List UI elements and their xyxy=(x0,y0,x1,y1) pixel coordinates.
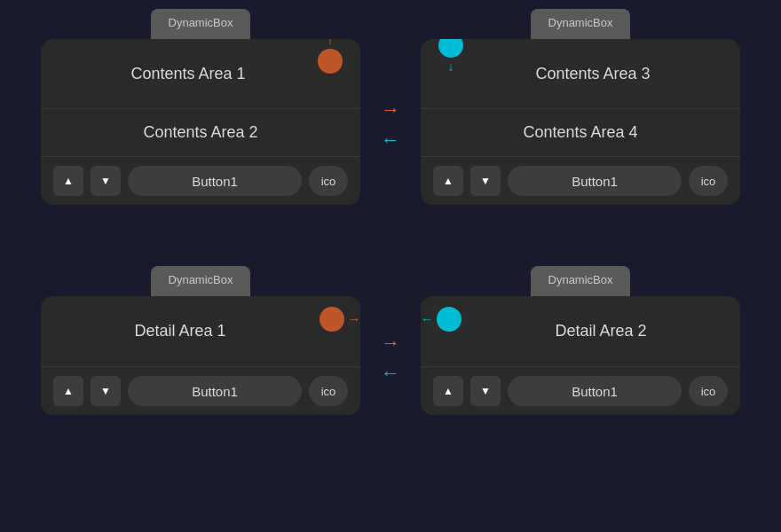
top-left-orange-circle xyxy=(318,49,343,74)
top-arrows: → ← xyxy=(364,100,417,150)
top-right-ico-button[interactable]: ico xyxy=(689,166,728,196)
top-left-row2-text: Contents Area 2 xyxy=(59,123,343,142)
top-left-down-button[interactable]: ▼ xyxy=(91,166,121,196)
top-left-arrow-icon: ← xyxy=(381,130,400,150)
top-left-indicator: ↑ xyxy=(318,39,343,74)
bottom-left-right-arrow-icon: → xyxy=(348,312,360,326)
top-right-row2-text: Contents Area 4 xyxy=(438,123,722,142)
bottom-left-row1-text: Detail Area 1 xyxy=(41,322,320,340)
top-left-bottom-bar: ▲ ▼ Button1 ico xyxy=(41,157,360,205)
bottom-right-indicator: ← xyxy=(421,307,462,332)
top-right-up-button[interactable]: ▲ xyxy=(433,166,463,196)
bottom-left-indicator: → xyxy=(320,307,360,332)
bottom-left-label: DynamicBox xyxy=(169,273,233,286)
bottom-left-ico-button[interactable]: ico xyxy=(309,376,348,406)
bottom-right-widget: DynamicBox ← Detail Area 2 ▲ ▼ xyxy=(421,266,740,415)
bottom-left-box: Detail Area 1 → ▲ ▼ Button1 ico xyxy=(41,296,360,415)
top-left-up-arrow-icon: ↑ xyxy=(327,39,334,47)
top-right-row1-text: Contents Area 3 xyxy=(463,65,722,83)
bottom-right-teal-circle xyxy=(437,307,462,332)
top-left-label: DynamicBox xyxy=(169,16,233,29)
bottom-right-detail-row: ← Detail Area 2 xyxy=(421,296,740,367)
bottom-left-widget: DynamicBox Detail Area 1 → ▲ ▼ xyxy=(41,266,360,415)
bottom-left-content-rows: Detail Area 1 → xyxy=(41,296,360,367)
top-left-row1: Contents Area 1 ↑ xyxy=(41,39,360,109)
bottom-left-orange-circle xyxy=(320,307,344,332)
top-row: DynamicBox Contents Area 1 ↑ Contents Ar… xyxy=(0,9,781,205)
top-left-row1-text: Contents Area 1 xyxy=(59,65,318,83)
bottom-right-down-button[interactable]: ▼ xyxy=(470,376,501,406)
top-right-teal-circle xyxy=(438,39,463,58)
top-left-row2: Contents Area 2 xyxy=(41,109,360,157)
bottom-right-up-button[interactable]: ▲ xyxy=(433,376,463,406)
bottom-left-arrow-icon: ← xyxy=(381,364,400,383)
main-container: DynamicBox Contents Area 1 ↑ Contents Ar… xyxy=(0,0,781,532)
top-left-ico-button[interactable]: ico xyxy=(309,166,348,196)
bottom-right-arrow-icon: → xyxy=(381,333,400,353)
top-left-up-button[interactable]: ▲ xyxy=(53,166,83,196)
bottom-row: DynamicBox Detail Area 1 → ▲ ▼ xyxy=(0,266,781,415)
top-right-down-arrow-icon: ↓ xyxy=(448,59,454,74)
bottom-left-down-button[interactable]: ▼ xyxy=(91,376,121,406)
bottom-left-detail-row: Detail Area 1 → xyxy=(41,296,360,367)
bottom-left-up-button[interactable]: ▲ xyxy=(53,376,83,406)
top-right-content-rows: ↓ Contents Area 3 Contents Area 4 xyxy=(421,39,740,157)
top-right-label: DynamicBox xyxy=(548,16,613,29)
bottom-right-button1[interactable]: Button1 xyxy=(508,376,682,406)
bottom-right-box: ← Detail Area 2 ▲ ▼ Button1 ico xyxy=(421,296,740,415)
bottom-right-ico-button[interactable]: ico xyxy=(689,376,728,406)
bottom-right-bottom-bar: ▲ ▼ Button1 ico xyxy=(421,367,740,415)
top-right-widget: DynamicBox ↓ Contents Area 3 Contents Ar… xyxy=(421,9,740,205)
bottom-right-content-rows: ← Detail Area 2 xyxy=(421,296,740,367)
top-left-widget: DynamicBox Contents Area 1 ↑ Contents Ar… xyxy=(41,9,360,205)
top-right-button1[interactable]: Button1 xyxy=(508,166,682,196)
top-left-button1[interactable]: Button1 xyxy=(128,166,302,196)
top-right-row1: ↓ Contents Area 3 xyxy=(421,39,740,109)
top-right-row2: Contents Area 4 xyxy=(421,109,740,157)
bottom-left-bottom-bar: ▲ ▼ Button1 ico xyxy=(41,367,360,415)
bottom-right-label: DynamicBox xyxy=(548,273,613,286)
top-right-box: ↓ Contents Area 3 Contents Area 4 ▲ ▼ Bu… xyxy=(421,39,740,205)
bottom-right-row1-text: Detail Area 2 xyxy=(462,322,740,340)
bottom-right-left-arrow-icon: ← xyxy=(421,312,433,326)
top-right-down-button[interactable]: ▼ xyxy=(470,166,501,196)
top-left-box: Contents Area 1 ↑ Contents Area 2 ▲ ▼ B xyxy=(41,39,360,205)
bottom-arrows: → ← xyxy=(364,333,417,383)
top-left-content-rows: Contents Area 1 ↑ Contents Area 2 xyxy=(41,39,360,157)
bottom-left-button1[interactable]: Button1 xyxy=(128,376,302,406)
top-right-indicator: ↓ xyxy=(438,39,463,74)
top-right-bottom-bar: ▲ ▼ Button1 ico xyxy=(421,157,740,205)
top-right-arrow-icon: → xyxy=(381,100,400,120)
